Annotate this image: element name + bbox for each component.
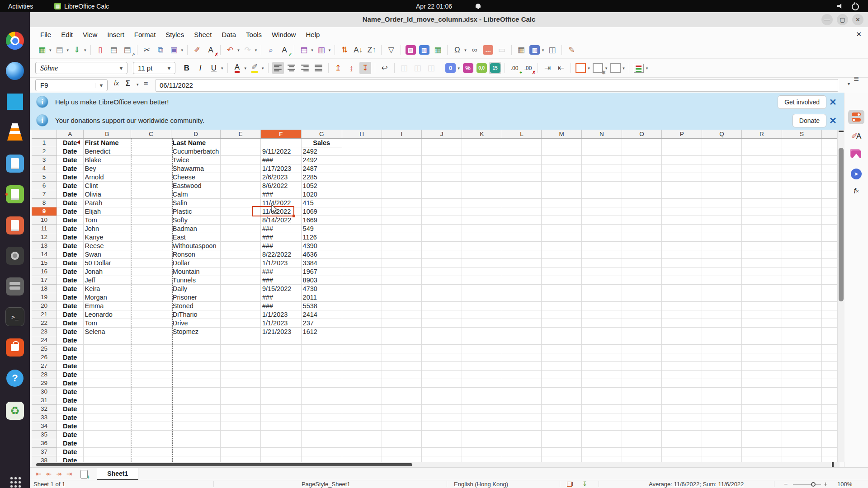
cell-H28[interactable] bbox=[342, 370, 382, 379]
cell-T17[interactable] bbox=[822, 276, 840, 284]
row-header-36[interactable]: 36 bbox=[32, 439, 57, 447]
cell-Q37[interactable] bbox=[702, 447, 742, 456]
row-header-19[interactable]: 19 bbox=[32, 293, 57, 301]
cell-P28[interactable] bbox=[662, 370, 702, 379]
cell-G19[interactable]: 2011 bbox=[301, 293, 342, 301]
spreadsheet-grid[interactable]: ABCDEFGHIJKLMNOPQRS1DateFirst NameLast N… bbox=[32, 130, 840, 462]
undo-dropdown-icon[interactable]: ▾ bbox=[237, 48, 240, 52]
cell-B25[interactable] bbox=[83, 344, 131, 353]
row-header-23[interactable]: 23 bbox=[32, 327, 57, 336]
title-bar[interactable]: Name_Order_Id_move_column.xlsx - LibreOf… bbox=[30, 12, 868, 28]
cell-I4[interactable] bbox=[382, 164, 422, 173]
functions-deck-icon[interactable]: f× bbox=[854, 187, 859, 196]
cell-S38[interactable] bbox=[782, 456, 822, 462]
cell-A14[interactable]: Date bbox=[57, 250, 83, 258]
cell-P38[interactable] bbox=[662, 456, 702, 462]
row-header-16[interactable]: 16 bbox=[32, 267, 57, 276]
cell-R29[interactable] bbox=[741, 379, 782, 387]
cell-E28[interactable] bbox=[221, 370, 261, 379]
cell-K9[interactable] bbox=[462, 207, 502, 216]
page-style[interactable]: PageStyle_Sheet1 bbox=[302, 481, 350, 488]
row-header-29[interactable]: 29 bbox=[32, 379, 57, 387]
cell-S29[interactable] bbox=[782, 379, 822, 387]
cell-T28[interactable] bbox=[822, 370, 840, 379]
cell-Q26[interactable] bbox=[702, 353, 742, 361]
cell-H15[interactable] bbox=[342, 258, 382, 267]
cell-J28[interactable] bbox=[422, 370, 462, 379]
cell-R5[interactable] bbox=[741, 173, 782, 181]
cell-H5[interactable] bbox=[342, 173, 382, 181]
column-header-C[interactable]: C bbox=[131, 130, 171, 138]
row-header-26[interactable]: 26 bbox=[32, 353, 57, 361]
cell-N18[interactable] bbox=[582, 284, 622, 293]
cell-B5[interactable]: Arnold bbox=[83, 173, 131, 181]
cell-A22[interactable]: Date bbox=[57, 319, 83, 327]
cell-F31[interactable] bbox=[260, 396, 301, 404]
chevron-down-icon[interactable]: ▼ bbox=[95, 83, 107, 88]
cell-H37[interactable] bbox=[342, 447, 382, 456]
cell-L8[interactable] bbox=[502, 198, 542, 207]
cell-H33[interactable] bbox=[342, 413, 382, 422]
cell-S2[interactable] bbox=[782, 147, 822, 155]
cell-G18[interactable]: 4730 bbox=[301, 284, 342, 293]
insert-image-button[interactable]: ▨ bbox=[405, 44, 416, 56]
cell-C26[interactable] bbox=[131, 353, 171, 361]
align-center-button[interactable] bbox=[286, 62, 297, 74]
cell-P24[interactable] bbox=[662, 336, 702, 344]
cell-E25[interactable] bbox=[221, 344, 261, 353]
cell-F36[interactable] bbox=[260, 439, 301, 447]
cell-G37[interactable] bbox=[301, 447, 342, 456]
cell-H10[interactable] bbox=[342, 216, 382, 224]
cell-M5[interactable] bbox=[542, 173, 582, 181]
cell-G36[interactable] bbox=[301, 439, 342, 447]
cell-T18[interactable] bbox=[822, 284, 840, 293]
cell-R22[interactable] bbox=[741, 319, 782, 327]
column-header-R[interactable]: R bbox=[741, 130, 782, 138]
cell-L24[interactable] bbox=[502, 336, 542, 344]
cell-I31[interactable] bbox=[382, 396, 422, 404]
cell-D32[interactable] bbox=[171, 404, 220, 413]
cell-J12[interactable] bbox=[422, 233, 462, 241]
cell-N38[interactable] bbox=[582, 456, 622, 462]
cell-T32[interactable] bbox=[822, 404, 840, 413]
cell-C14[interactable] bbox=[131, 250, 171, 258]
cell-N11[interactable] bbox=[582, 224, 622, 233]
cell-E24[interactable] bbox=[221, 336, 261, 344]
cell-I30[interactable] bbox=[382, 387, 422, 396]
cell-D38[interactable] bbox=[171, 456, 220, 462]
clock[interactable]: Apr 22 01:06 bbox=[405, 3, 463, 10]
cell-K27[interactable] bbox=[462, 361, 502, 370]
border-color-dropdown-icon[interactable]: ▾ bbox=[623, 66, 625, 70]
cell-K23[interactable] bbox=[462, 327, 502, 336]
expand-formula-bar-icon[interactable]: ▾ bbox=[848, 81, 850, 86]
cell-E15[interactable] bbox=[221, 258, 261, 267]
cell-F1[interactable] bbox=[260, 138, 301, 147]
undo-button[interactable]: ↶ bbox=[224, 44, 236, 56]
cell-A21[interactable]: Date bbox=[57, 310, 83, 319]
cell-C21[interactable] bbox=[131, 310, 171, 319]
cell-I8[interactable] bbox=[382, 198, 422, 207]
cell-L1[interactable] bbox=[502, 138, 542, 147]
cell-T1[interactable] bbox=[822, 138, 840, 147]
cell-E33[interactable] bbox=[221, 413, 261, 422]
cell-A4[interactable]: Date bbox=[57, 164, 83, 173]
cell-B9[interactable]: Elijah bbox=[83, 207, 131, 216]
cell-P3[interactable] bbox=[662, 155, 702, 164]
cell-E19[interactable] bbox=[221, 293, 261, 301]
cell-N14[interactable] bbox=[582, 250, 622, 258]
cell-I11[interactable] bbox=[382, 224, 422, 233]
dock-item-libreoffice-writer[interactable] bbox=[5, 153, 25, 174]
cell-J33[interactable] bbox=[422, 413, 462, 422]
cell-C38[interactable] bbox=[131, 456, 171, 462]
cell-F35[interactable] bbox=[260, 430, 301, 439]
cell-P15[interactable] bbox=[662, 258, 702, 267]
cell-P32[interactable] bbox=[662, 404, 702, 413]
cell-K35[interactable] bbox=[462, 430, 502, 439]
cell-K33[interactable] bbox=[462, 413, 502, 422]
row-header-38[interactable]: 38 bbox=[32, 456, 57, 462]
cell-G23[interactable]: 1612 bbox=[301, 327, 342, 336]
cell-K21[interactable] bbox=[462, 310, 502, 319]
cell-S30[interactable] bbox=[782, 387, 822, 396]
open-dropdown-icon[interactable]: ▾ bbox=[67, 48, 69, 52]
cell-Q23[interactable] bbox=[702, 327, 742, 336]
